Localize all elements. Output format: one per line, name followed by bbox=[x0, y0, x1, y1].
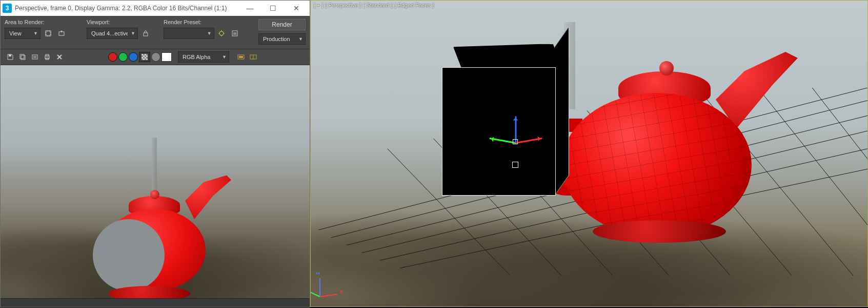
chevron-down-icon: ▼ bbox=[298, 36, 303, 42]
svg-point-2 bbox=[61, 31, 63, 32]
svg-rect-3 bbox=[144, 33, 148, 36]
viewport-selected-box-object[interactable] bbox=[442, 44, 569, 198]
area-to-render-value: View bbox=[9, 30, 30, 36]
svg-rect-11 bbox=[33, 56, 36, 58]
background-color-swatch[interactable] bbox=[162, 52, 172, 62]
viewport-label-menu[interactable]: [ + ] [ Perspective ] [ Standard ] [ Edg… bbox=[314, 2, 434, 8]
render-mode-value: Production bbox=[263, 36, 295, 42]
svg-point-4 bbox=[219, 31, 224, 35]
toggle-ui-overlay-icon[interactable] bbox=[235, 51, 247, 63]
channel-display-value: RGB Alpha bbox=[183, 54, 219, 60]
edit-region-icon[interactable] bbox=[43, 28, 54, 39]
render-preset-dropdown[interactable]: ▼ bbox=[164, 28, 214, 39]
svg-rect-6 bbox=[233, 32, 236, 35]
svg-rect-13 bbox=[46, 54, 49, 56]
viewport-edged-menu[interactable]: [ Edged Faces ] bbox=[394, 2, 434, 8]
red-channel-button[interactable] bbox=[108, 52, 117, 62]
svg-rect-7 bbox=[9, 54, 11, 56]
chevron-down-icon: ▼ bbox=[222, 54, 227, 60]
viewport-dropdown[interactable]: Quad 4...ective ▼ bbox=[87, 28, 138, 39]
svg-rect-8 bbox=[20, 54, 24, 59]
render-toolbar-row2: RGB Alpha ▼ bbox=[1, 49, 310, 65]
blue-channel-button[interactable] bbox=[129, 52, 138, 62]
area-to-render-label: Area to Render: bbox=[5, 19, 82, 25]
perspective-viewport[interactable]: [ + ] [ Perspective ] [ Standard ] [ Edg… bbox=[310, 0, 868, 307]
compare-render-icon[interactable] bbox=[248, 51, 259, 63]
clear-image-icon[interactable] bbox=[54, 51, 65, 63]
render-button[interactable]: Render bbox=[258, 19, 306, 30]
green-channel-button[interactable] bbox=[118, 52, 128, 62]
svg-rect-1 bbox=[59, 32, 64, 35]
area-to-render-dropdown[interactable]: View ▼ bbox=[5, 28, 41, 39]
window-title: Perspective, frame 0, Display Gamma: 2.2… bbox=[15, 5, 238, 12]
clone-frame-icon[interactable] bbox=[29, 51, 41, 63]
monochrome-button[interactable] bbox=[151, 52, 160, 62]
close-button[interactable]: ✕ bbox=[285, 1, 308, 16]
channel-display-dropdown[interactable]: RGB Alpha ▼ bbox=[178, 51, 229, 63]
svg-rect-16 bbox=[239, 56, 243, 58]
svg-line-32 bbox=[812, 88, 867, 159]
environment-dialog-icon[interactable] bbox=[229, 28, 240, 39]
save-image-icon[interactable] bbox=[5, 51, 16, 63]
alpha-channel-button[interactable] bbox=[139, 52, 150, 62]
rendered-teapot bbox=[67, 173, 226, 296]
copy-image-icon[interactable] bbox=[17, 51, 28, 63]
app-icon: 3 bbox=[3, 4, 12, 13]
lock-viewport-icon[interactable] bbox=[140, 28, 151, 39]
render-toolbar-row1: Area to Render: View ▼ Viewport: Quad 4.… bbox=[1, 16, 310, 49]
render-setup-icon[interactable] bbox=[216, 28, 228, 39]
chevron-down-icon: ▼ bbox=[207, 31, 212, 36]
svg-rect-0 bbox=[46, 31, 51, 36]
svg-rect-9 bbox=[21, 55, 25, 60]
viewport-shading-menu[interactable]: [ Standard ] bbox=[363, 2, 392, 8]
viewport-label: Viewport: bbox=[87, 19, 158, 25]
chevron-down-icon: ▼ bbox=[131, 31, 135, 36]
render-mode-dropdown[interactable]: Production ▼ bbox=[258, 33, 306, 45]
render-preset-label: Render Preset: bbox=[164, 19, 240, 25]
auto-region-icon[interactable] bbox=[56, 28, 67, 39]
world-axis-tripod bbox=[315, 274, 343, 302]
viewport-value: Quad 4...ective bbox=[91, 30, 128, 36]
viewport-view-menu[interactable]: [ Perspective ] bbox=[326, 2, 361, 8]
print-icon[interactable] bbox=[42, 51, 53, 63]
window-titlebar[interactable]: 3 Perspective, frame 0, Display Gamma: 2… bbox=[1, 1, 310, 16]
rendered-image-canvas[interactable] bbox=[1, 65, 310, 298]
render-status-bar bbox=[1, 298, 310, 307]
minimize-button[interactable]: — bbox=[238, 1, 261, 16]
world-x-axis-icon bbox=[320, 294, 337, 297]
chevron-down-icon: ▼ bbox=[33, 31, 38, 36]
render-frame-window: 3 Perspective, frame 0, Display Gamma: 2… bbox=[0, 0, 310, 307]
viewport-general-menu[interactable]: [ + ] bbox=[314, 2, 324, 8]
world-z-axis-icon bbox=[319, 278, 320, 297]
maximize-button[interactable]: ☐ bbox=[261, 1, 285, 16]
